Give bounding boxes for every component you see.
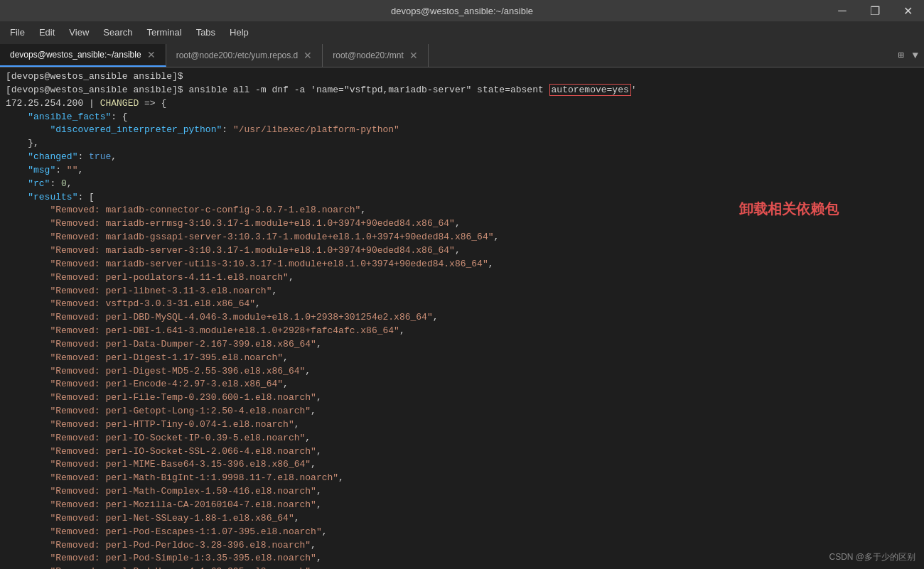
menubar: File Edit View Search Terminal Tabs Help — [0, 21, 924, 43]
tabbar: devops@westos_ansible:~/ansible ✕ root@n… — [0, 43, 924, 67]
tab-2-label: root@node200:/etc/yum.repos.d — [176, 50, 299, 60]
tabbar-right: ⊞ ▼ — [895, 46, 921, 64]
tab-3[interactable]: root@node20:/mnt ✕ — [323, 44, 429, 67]
menu-file[interactable]: File — [3, 24, 32, 40]
terminal-removed-16: "Removed: perl-Getopt-Long-1:2.50-4.el8.… — [6, 405, 918, 418]
terminal-removed-14: "Removed: perl-Encode-4:2.97-3.el8.x86_6… — [6, 378, 918, 391]
titlebar: devops@westos_ansible:~/ansible ─ ❐ ✕ — [0, 0, 924, 21]
terminal-removed-27: "Removed: perl-Pod-Simple-1:3.35-395.el8… — [6, 552, 918, 565]
terminal-removed-7: "Removed: perl-libnet-3.11-3.el8.noarch"… — [6, 285, 918, 298]
terminal-removed-26: "Removed: perl-Pod-Perldoc-3.28-396.el8.… — [6, 539, 918, 553]
terminal-removed-10: "Removed: perl-DBI-1.641-3.module+el8.1.… — [6, 325, 918, 338]
titlebar-title: devops@westos_ansible:~/ansible — [391, 6, 533, 16]
terminal-removed-24: "Removed: perl-Net-SSLeay-1.88-1.el8.x86… — [6, 512, 918, 526]
terminal-removed-28: "Removed: perl-Pod-Usage-4:1.69-395.el8.… — [6, 565, 918, 569]
terminal-line-6: }, — [6, 137, 918, 151]
tab-2-close[interactable]: ✕ — [303, 50, 312, 61]
tab-3-label: root@node20:/mnt — [333, 50, 404, 60]
titlebar-controls: ─ ❐ ✕ — [826, 0, 924, 21]
terminal-line-2: [devops@westos_ansible ansible]$ ansible… — [6, 84, 918, 97]
terminal-removed-20: "Removed: perl-MIME-Base64-3.15-396.el8.… — [6, 458, 918, 472]
terminal-line-5: "discovered_interpreter_python": "/usr/l… — [6, 124, 918, 137]
new-tab-icon[interactable]: ⊞ — [895, 46, 906, 64]
menu-terminal[interactable]: Terminal — [140, 24, 189, 40]
terminal-removed-4: "Removed: mariadb-server-3:10.3.17-1.mod… — [6, 244, 918, 258]
tab-1-close[interactable]: ✕ — [147, 49, 156, 60]
annotation-text: 卸载相关依赖包 — [739, 199, 839, 220]
menu-edit[interactable]: Edit — [32, 24, 62, 40]
terminal-line-8: "msg": "", — [6, 164, 918, 178]
minimize-button[interactable]: ─ — [826, 0, 859, 21]
terminal-line-3: 172.25.254.200 | CHANGED => { — [6, 97, 918, 111]
terminal-removed-6: "Removed: perl-podlators-4.11-1.el8.noar… — [6, 271, 918, 285]
terminal-line-4: "ansible_facts": { — [6, 111, 918, 124]
terminal-removed-3: "Removed: mariadb-gssapi-server-3:10.3.1… — [6, 231, 918, 244]
terminal-removed-2: "Removed: mariadb-errmsg-3:10.3.17-1.mod… — [6, 217, 918, 231]
terminal-removed-11: "Removed: perl-Data-Dumper-2.167-399.el8… — [6, 338, 918, 352]
tab-2[interactable]: root@node200:/etc/yum.repos.d ✕ — [166, 44, 323, 67]
terminal-line-7: "changed": true, — [6, 151, 918, 164]
menu-search[interactable]: Search — [96, 24, 139, 40]
terminal-area: [devops@westos_ansible ansible]$ [devops… — [0, 67, 924, 569]
terminal-removed-12: "Removed: perl-Digest-1.17-395.el8.noarc… — [6, 352, 918, 365]
terminal-line-1: [devops@westos_ansible ansible]$ — [6, 70, 918, 84]
terminal-removed-13: "Removed: perl-Digest-MD5-2.55-396.el8.x… — [6, 365, 918, 379]
terminal-removed-22: "Removed: perl-Math-Complex-1.59-416.el8… — [6, 485, 918, 499]
tab-dropdown-icon[interactable]: ▼ — [910, 46, 921, 63]
terminal-removed-15: "Removed: perl-File-Temp-0.230.600-1.el8… — [6, 391, 918, 405]
menu-help[interactable]: Help — [222, 24, 256, 40]
restore-button[interactable]: ❐ — [859, 0, 891, 21]
terminal-removed-17: "Removed: perl-HTTP-Tiny-0.074-1.el8.noa… — [6, 418, 918, 432]
terminal-removed-25: "Removed: perl-Pod-Escapes-1:1.07-395.el… — [6, 526, 918, 539]
menu-tabs[interactable]: Tabs — [189, 24, 222, 40]
terminal-removed-21: "Removed: perl-Math-BigInt-1:1.9998.11-7… — [6, 472, 918, 485]
terminal-removed-9: "Removed: perl-DBD-MySQL-4.046-3.module+… — [6, 311, 918, 325]
terminal-removed-19: "Removed: perl-IO-Socket-SSL-2.066-4.el8… — [6, 445, 918, 459]
terminal-removed-8: "Removed: vsftpd-3.0.3-31.el8.x86_64", — [6, 298, 918, 311]
watermark-text: CSDN @多于少的区别 — [829, 551, 915, 563]
terminal-removed-23: "Removed: perl-Mozilla-CA-20160104-7.el8… — [6, 499, 918, 512]
terminal-removed-18: "Removed: perl-IO-Socket-IP-0.39-5.el8.n… — [6, 432, 918, 445]
menu-view[interactable]: View — [62, 24, 96, 40]
tab-1[interactable]: devops@westos_ansible:~/ansible ✕ — [0, 44, 166, 67]
close-button[interactable]: ✕ — [891, 0, 924, 21]
tab-1-label: devops@westos_ansible:~/ansible — [10, 50, 141, 60]
terminal-removed-5: "Removed: mariadb-server-utils-3:10.3.17… — [6, 258, 918, 271]
tab-3-close[interactable]: ✕ — [409, 50, 418, 61]
terminal-line-9: "rc": 0, — [6, 178, 918, 191]
